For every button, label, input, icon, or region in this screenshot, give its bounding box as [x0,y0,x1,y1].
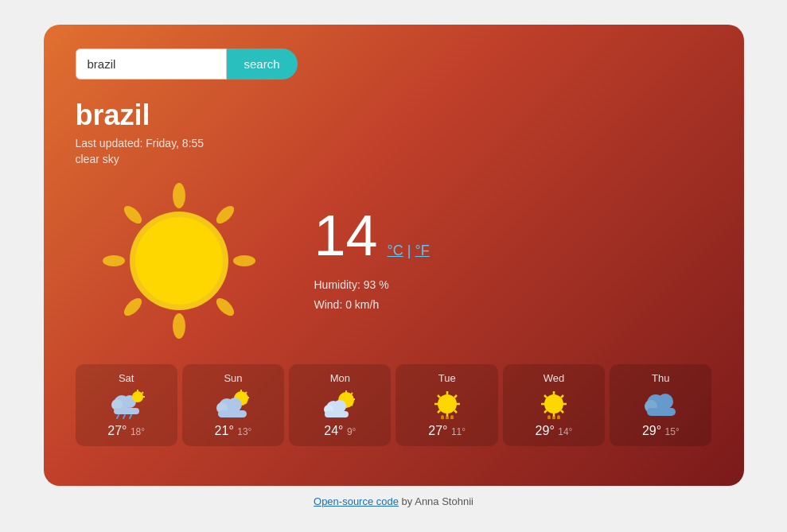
forecast-low: 9° [347,426,356,437]
forecast-high: 29° [536,424,559,437]
forecast-sat: Sat 27° 18° [76,364,177,446]
svg-line-23 [245,392,247,394]
svg-line-25 [245,402,247,403]
temperature-area: 14 °C | °F Humidity: 93 % Wind: 0 km/h [314,207,430,315]
svg-point-5 [121,295,145,319]
svg-point-9 [135,217,223,305]
forecast-low: 14° [558,426,572,437]
weather-main: 14 °C | °F Humidity: 93 % Wind: 0 km/h [76,173,712,348]
partly-cloudy-icon [321,389,359,419]
svg-rect-29 [218,410,247,417]
forecast-temps: 21° 13° [215,424,252,438]
temperature-value: 14 [314,207,378,264]
humidity-text: Humidity: 93 % [314,275,430,295]
svg-line-48 [438,410,440,413]
forecast-sun: Sun 21° 13° [182,364,284,446]
temperature-units: °C | °F [388,243,430,259]
svg-line-16 [142,392,143,394]
forecast-row: Sat 27° 18° [76,364,712,446]
forecast-temps: 24° 9° [324,424,356,438]
svg-line-59 [561,395,563,398]
wind-text: Wind: 0 km/h [314,295,430,315]
svg-point-37 [333,400,346,413]
svg-point-50 [446,416,449,419]
forecast-low: 11° [451,426,466,437]
svg-point-62 [552,416,555,419]
svg-point-61 [547,415,551,419]
svg-point-27 [228,398,242,412]
weather-description: clear sky [76,153,712,165]
forecast-high: 27° [428,424,451,437]
svg-point-6 [103,255,125,266]
city-name: brazil [76,99,712,132]
svg-point-1 [213,203,237,227]
forecast-day-name: Sat [119,372,134,384]
sunny-icon-2 [535,389,573,419]
svg-point-65 [657,394,673,410]
forecast-low: 13° [237,426,251,437]
forecast-temps: 27° 11° [428,424,466,438]
cloudy-icon [641,389,680,419]
forecast-low: 18° [131,426,145,437]
forecast-day-name: Wed [543,372,565,384]
svg-rect-13 [114,408,139,414]
search-bar: search [76,49,712,80]
svg-rect-67 [647,408,676,416]
weather-card: search brazil Last updated: Friday, 8:55… [44,25,744,486]
sun-icon-container [76,173,282,348]
svg-point-63 [557,415,560,419]
sunny-icon [428,389,466,419]
svg-line-58 [561,410,563,413]
svg-point-4 [173,313,185,339]
forecast-low: 15° [665,426,680,437]
footer-suffix: by Anna Stohnii [399,495,473,507]
svg-line-46 [454,410,457,413]
svg-line-20 [130,415,131,418]
forecast-high: 21° [215,424,238,437]
svg-line-60 [544,410,547,413]
svg-line-32 [351,393,353,394]
forecast-tue: Tue 27° 11° [395,364,497,446]
forecast-thu: Thu 29° 15° [610,364,711,446]
unit-separator: | [407,243,411,258]
svg-line-18 [117,415,119,418]
app-container: search brazil Last updated: Friday, 8:55… [44,25,744,507]
forecast-temps: 27° 18° [107,424,145,438]
search-button[interactable]: search [227,49,298,80]
fahrenheit-link[interactable]: °F [415,243,430,258]
svg-rect-39 [325,411,349,417]
forecast-day-name: Mon [330,372,350,384]
forecast-temps: 29° 14° [536,424,573,438]
temperature-row: 14 °C | °F [314,207,430,264]
svg-point-7 [121,203,145,227]
svg-point-52 [544,394,563,414]
search-input[interactable] [76,49,227,80]
svg-line-45 [438,395,440,398]
svg-point-40 [438,394,457,414]
svg-point-3 [213,295,237,319]
svg-point-51 [450,415,454,419]
weather-details: Humidity: 93 % Wind: 0 km/h [314,275,430,315]
forecast-high: 24° [324,424,347,437]
sun-icon [76,173,282,348]
svg-point-0 [173,183,185,208]
forecast-day-name: Thu [652,372,669,384]
forecast-day-name: Tue [438,372,456,384]
forecast-temps: 29° 15° [642,424,680,438]
celsius-link[interactable]: °C [388,243,403,258]
forecast-day-name: Sun [224,372,242,384]
forecast-wed: Wed 29° 14° [503,364,605,446]
svg-line-19 [123,415,125,418]
forecast-mon: Mon 24° 9° [289,364,391,446]
footer: Open-source code by Anna Stohnii [314,495,473,507]
svg-point-2 [233,255,255,266]
open-source-link[interactable]: Open-source code [314,495,399,507]
svg-line-47 [454,395,457,398]
svg-line-34 [351,404,353,406]
svg-line-57 [544,395,547,398]
forecast-high: 27° [107,424,131,437]
forecast-high: 29° [642,424,665,437]
svg-point-49 [441,415,444,419]
last-updated: Last updated: Friday, 8:55 [76,137,712,150]
rain-cloud-icon [107,389,146,419]
